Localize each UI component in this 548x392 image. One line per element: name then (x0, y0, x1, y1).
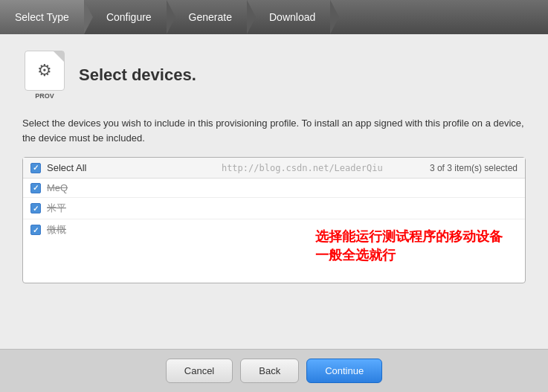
list-item: MeQ (23, 179, 525, 198)
device-list-container: Select All http://blog.csdn.net/LeaderQi… (22, 157, 526, 283)
description-text: Select the devices you wish to include i… (22, 116, 526, 145)
page-title: Select devices. (79, 65, 196, 85)
device-name-2: 微概 (47, 223, 66, 237)
breadcrumb-configure[interactable]: Configure (84, 0, 167, 34)
breadcrumb-label-configure: Configure (106, 11, 152, 23)
breadcrumb-bar: Select Type Configure Generate Download (0, 0, 548, 34)
back-button[interactable]: Back (240, 359, 299, 383)
count-label: 3 of 3 item(s) selected (430, 163, 518, 173)
select-all-label: Select All (47, 162, 175, 173)
breadcrumb-label-select-type: Select Type (15, 11, 69, 23)
list-item: 微概 (23, 219, 525, 240)
cancel-button[interactable]: Cancel (166, 359, 233, 383)
breadcrumb-label-download: Download (269, 11, 315, 23)
page-header: ⚙ PROV Select devices. (22, 49, 526, 101)
watermark-text: http://blog.csdn.net/LeaderQiu (175, 163, 430, 173)
prov-icon: ⚙ PROV (22, 49, 67, 101)
bottom-bar: Cancel Back Continue (0, 349, 548, 392)
prov-label: PROV (35, 92, 54, 100)
breadcrumb-generate[interactable]: Generate (167, 0, 247, 34)
device-name-1: 米平 (47, 202, 66, 215)
content-area: ⚙ PROV Select devices. Select the device… (0, 34, 548, 349)
device-list-header: Select All http://blog.csdn.net/LeaderQi… (23, 158, 525, 179)
prov-icon-img: ⚙ (25, 51, 65, 91)
continue-button[interactable]: Continue (306, 359, 382, 383)
device-checkbox-1[interactable] (30, 203, 41, 213)
breadcrumb-label-generate: Generate (189, 11, 232, 23)
breadcrumb-download[interactable]: Download (247, 0, 330, 34)
device-name-0: MeQ (47, 182, 68, 193)
annotation-line2: 一般全选就行 (315, 246, 503, 265)
gear-icon: ⚙ (37, 61, 52, 80)
breadcrumb-select-type[interactable]: Select Type (0, 0, 84, 34)
device-checkbox-2[interactable] (30, 225, 41, 235)
list-item: 米平 选择能运行测试程序的移动设备 一般全选就行 (23, 198, 525, 219)
select-all-checkbox[interactable] (30, 163, 41, 173)
device-checkbox-0[interactable] (30, 183, 41, 193)
